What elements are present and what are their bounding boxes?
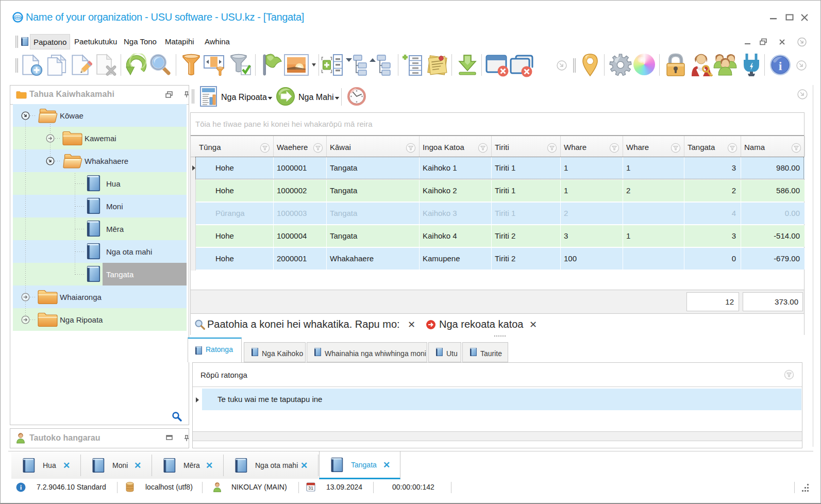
svg-text:i: i bbox=[20, 483, 22, 491]
svg-text:31: 31 bbox=[308, 485, 313, 491]
svg-text:i: i bbox=[779, 59, 782, 73]
svg-text:usu: usu bbox=[14, 15, 21, 20]
